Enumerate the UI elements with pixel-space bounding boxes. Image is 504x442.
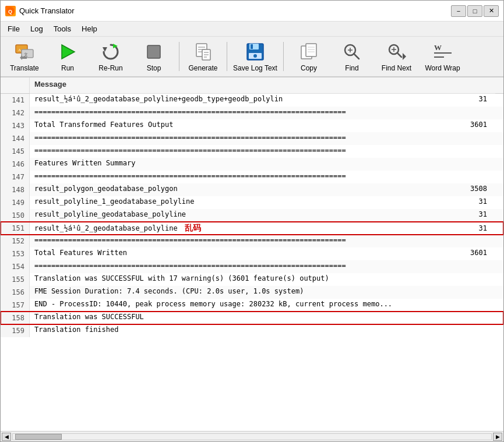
horizontal-scrollbar[interactable]: ◀ ▶	[1, 431, 503, 441]
copy-button[interactable]: Copy	[288, 39, 329, 74]
svg-text:Q: Q	[8, 9, 12, 15]
line-number: 157	[1, 299, 30, 312]
run-button[interactable]: Run	[47, 39, 88, 74]
log-row: 143 Total Transformed Features Output 36…	[1, 119, 503, 132]
main-window: Q Quick Translator − □ ✕ File Log Tools …	[0, 0, 504, 442]
line-number: 159	[1, 324, 30, 337]
log-header: Message	[30, 77, 495, 94]
maximize-button[interactable]: □	[467, 5, 482, 17]
line-number: 142	[1, 107, 30, 119]
log-row: 159 Translation finished	[1, 324, 503, 337]
line-message: result_polyline_geodatabase_polyline 31	[30, 209, 503, 222]
menu-help[interactable]: Help	[77, 23, 102, 34]
window-controls: − □ ✕	[451, 5, 499, 17]
line-number: 154	[1, 260, 30, 273]
line-number: 141	[1, 94, 30, 107]
line-message: ========================================…	[30, 171, 503, 183]
menu-file[interactable]: File	[3, 23, 24, 34]
menu-bar: File Log Tools Help	[1, 22, 503, 37]
line-message: result_polyline_1_geodatabase_polyline 3…	[30, 196, 503, 209]
translate-label: Translate	[10, 64, 39, 72]
toolbar-separator-3	[283, 42, 284, 71]
svg-rect-20	[251, 44, 253, 49]
log-row: 153 Total Features Written 3601	[1, 247, 503, 260]
svg-rect-24	[306, 44, 316, 56]
menu-log[interactable]: Log	[26, 23, 48, 34]
log-row: 154 ====================================…	[1, 260, 503, 273]
generate-icon	[193, 41, 214, 62]
line-message: Translation was SUCCESSFUL with 17 warni…	[30, 273, 503, 286]
log-row-success-highlighted: 158 Translation was SUCCESSFUL	[1, 312, 503, 324]
line-message: ========================================…	[30, 107, 503, 119]
minimize-button[interactable]: −	[451, 5, 466, 17]
scroll-thumb[interactable]	[15, 434, 62, 440]
rerun-icon	[100, 41, 121, 62]
close-button[interactable]: ✕	[484, 5, 499, 17]
savelog-icon	[245, 41, 266, 62]
line-number: 153	[1, 247, 30, 260]
rerun-button[interactable]: Re-Run	[90, 39, 131, 74]
rerun-label: Re-Run	[98, 64, 122, 72]
run-label: Run	[61, 64, 74, 72]
savelog-button[interactable]: Save Log Text	[232, 39, 279, 74]
find-label: Find	[345, 64, 358, 72]
toolbar-separator-1	[179, 42, 179, 71]
log-row: 150 result_polyline_geodatabase_polyline…	[1, 209, 503, 222]
log-row: 145 ====================================…	[1, 145, 503, 158]
copy-label: Copy	[301, 64, 317, 72]
svg-line-29	[354, 54, 359, 59]
translate-button[interactable]: A 文 Translate	[4, 39, 45, 74]
line-message: ========================================…	[30, 260, 503, 273]
svg-text:文: 文	[24, 52, 28, 57]
scroll-right-arrow[interactable]: ▶	[493, 433, 502, 441]
scroll-left-arrow[interactable]: ◀	[2, 433, 11, 441]
garbled-label: 乱码	[185, 223, 201, 234]
stop-icon	[143, 41, 164, 62]
line-message: Translation was SUCCESSFUL	[30, 312, 503, 324]
line-number: 152	[1, 235, 30, 247]
find-button[interactable]: Find	[332, 39, 372, 74]
wordwrap-label: Word Wrap	[425, 64, 460, 72]
svg-text:W: W	[434, 43, 442, 52]
scroll-track[interactable]	[12, 433, 492, 440]
log-row: 152 ====================================…	[1, 235, 503, 247]
line-number: 151	[1, 222, 30, 235]
log-rows[interactable]: 141 result_½á¹û_2_geodatabase_polyline+g…	[1, 94, 503, 431]
svg-marker-6	[62, 45, 75, 59]
line-number: 144	[1, 132, 30, 145]
line-number: 156	[1, 286, 30, 299]
savelog-label: Save Log Text	[233, 64, 277, 72]
stop-button[interactable]: Stop	[133, 39, 174, 74]
wordwrap-button[interactable]: W Word Wrap	[421, 39, 464, 74]
line-number: 150	[1, 209, 30, 222]
find-icon	[341, 41, 362, 62]
content-area: Message 141 result_½á¹û_2_geodatabase_po…	[1, 77, 503, 441]
line-message-garbled: result_½á¹û_2_geodatabase_polyline 乱码 31	[30, 222, 503, 235]
line-number: 143	[1, 119, 30, 132]
findnext-icon	[386, 41, 407, 62]
line-message: result_polygon_geodatabase_polygon 3508	[30, 183, 503, 196]
log-row: 148 result_polygon_geodatabase_polygon 3…	[1, 183, 503, 196]
copy-icon	[298, 41, 319, 62]
log-row: 156 FME Session Duration: 7.4 seconds. (…	[1, 286, 503, 299]
log-row: 149 result_polyline_1_geodatabase_polyli…	[1, 196, 503, 209]
generate-button[interactable]: Generate	[184, 39, 222, 74]
line-message: Total Transformed Features Output 3601	[30, 119, 503, 132]
generate-label: Generate	[188, 64, 217, 72]
menu-tools[interactable]: Tools	[49, 23, 76, 34]
app-icon: Q	[5, 6, 16, 16]
line-number: 155	[1, 273, 30, 286]
findnext-button[interactable]: Find Next	[375, 39, 418, 74]
log-row: 142 ====================================…	[1, 107, 503, 119]
line-number: 146	[1, 158, 30, 171]
stop-label: Stop	[147, 64, 161, 72]
line-number: 148	[1, 183, 30, 196]
svg-rect-9	[147, 45, 160, 58]
line-message: ========================================…	[30, 132, 503, 145]
svg-point-22	[253, 54, 257, 58]
line-number: 145	[1, 145, 30, 158]
svg-text:A: A	[18, 48, 21, 52]
log-row-highlighted: 151 result_½á¹û_2_geodatabase_polyline 乱…	[1, 222, 503, 235]
toolbar-separator-2	[227, 42, 227, 71]
line-number: 149	[1, 196, 30, 209]
